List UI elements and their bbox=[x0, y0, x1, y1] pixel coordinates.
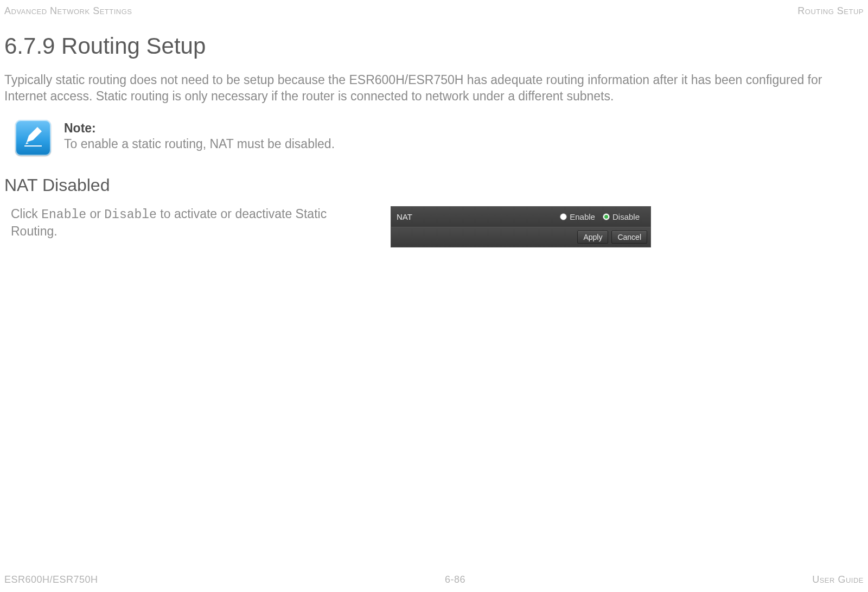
nat-row: NAT Enable Disable bbox=[391, 207, 650, 227]
pencil-note-icon bbox=[15, 120, 51, 156]
instruction-pre: Click bbox=[11, 207, 41, 221]
section-title: 6.7.9 Routing Setup bbox=[4, 33, 864, 59]
footer-left: ESR600H/ESR750H bbox=[4, 574, 98, 585]
instruction-enable-code: Enable bbox=[41, 208, 86, 222]
svg-rect-0 bbox=[24, 145, 42, 147]
instruction-text: Click Enable or Disable to activate or d… bbox=[11, 206, 358, 247]
nat-disable-label: Disable bbox=[612, 212, 640, 221]
note-body: To enable a static routing, NAT must be … bbox=[64, 137, 335, 151]
svg-marker-1 bbox=[27, 127, 42, 142]
nat-row-label: NAT bbox=[391, 212, 456, 221]
nat-enable-radio[interactable]: Enable bbox=[560, 212, 595, 221]
apply-button[interactable]: Apply bbox=[577, 231, 608, 244]
instruction-mid: or bbox=[86, 207, 104, 221]
footer-center: 6-86 bbox=[445, 574, 465, 585]
instruction-disable-code: Disable bbox=[104, 208, 157, 222]
footer-right: User Guide bbox=[812, 574, 864, 585]
radio-icon bbox=[603, 213, 610, 220]
note-label: Note: bbox=[64, 121, 335, 136]
header-right: Routing Setup bbox=[797, 5, 864, 17]
sub-title: NAT Disabled bbox=[4, 175, 864, 195]
nat-panel: NAT Enable Disable Apply Cancel bbox=[391, 206, 651, 247]
nat-disable-radio[interactable]: Disable bbox=[603, 212, 640, 221]
svg-marker-2 bbox=[25, 142, 29, 144]
section-intro: Typically static routing does not need t… bbox=[4, 72, 864, 105]
radio-icon bbox=[560, 213, 567, 220]
cancel-button[interactable]: Cancel bbox=[611, 231, 647, 244]
nat-enable-label: Enable bbox=[570, 212, 595, 221]
note-block: Note: To enable a static routing, NAT mu… bbox=[4, 120, 864, 156]
header-left: Advanced Network Settings bbox=[4, 5, 132, 17]
